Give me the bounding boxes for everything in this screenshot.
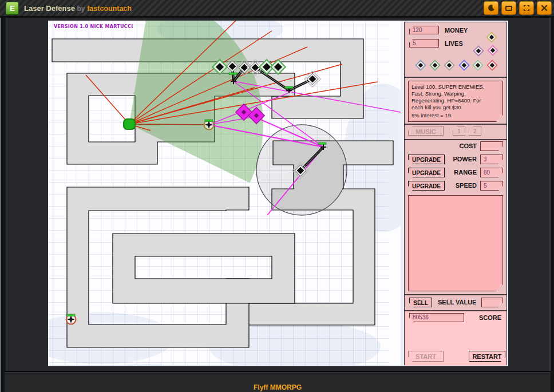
window-controls	[484, 1, 552, 15]
window-title: Laser Defense by fastcountach	[24, 4, 132, 13]
level-info-line: Level 100. SUPER ENEMIES.	[411, 84, 500, 90]
health-bar	[205, 120, 213, 122]
blob-tower[interactable]	[123, 118, 136, 130]
score-box: 80536	[409, 313, 464, 322]
moon-icon	[487, 4, 495, 12]
version-text: VERSION 1.0 NICK MARTUCCI	[54, 24, 133, 29]
fullscreen-arrows-icon	[523, 4, 531, 12]
separator	[405, 294, 506, 295]
wave-1-button[interactable]: 1	[453, 126, 465, 136]
score-label: SCORE	[479, 314, 501, 321]
tower-icon-purple[interactable]	[474, 46, 483, 56]
cost-label: COST	[439, 142, 477, 149]
speed-label: SPEED	[439, 182, 477, 189]
lives-box: 5	[409, 39, 439, 47]
health-bar	[67, 314, 75, 316]
restart-button[interactable]: RESTART	[469, 351, 505, 362]
left-page-border	[0, 0, 6, 392]
cost-value-box	[480, 141, 503, 151]
footer-bar: Flyff MMORPG	[5, 371, 551, 392]
interest-line: 5% interest = 19	[411, 112, 500, 119]
laser-beam-dark	[129, 124, 209, 125]
separator	[405, 124, 506, 125]
separator	[405, 77, 506, 78]
separator	[405, 139, 506, 140]
tower-description-box	[408, 195, 503, 291]
speed-value-box: 5	[480, 181, 503, 191]
game-map[interactable]: VERSION 1.0 NICK MARTUCCI	[49, 21, 401, 365]
ad-link[interactable]: Flyff MMORPG	[254, 383, 302, 391]
money-label: MONEY	[445, 27, 468, 34]
night-mode-button[interactable]	[484, 1, 498, 15]
lives-label: LIVES	[445, 40, 463, 47]
health-bar	[229, 73, 237, 75]
level-info-line: each kill you get $30	[411, 104, 500, 111]
window-icon	[505, 4, 513, 12]
range-value-box: 80	[480, 168, 503, 177]
level-info-line: Regenerating. HP=6400. For	[411, 97, 500, 104]
separator	[405, 310, 506, 311]
tower-icon-palegreen[interactable]	[473, 61, 482, 70]
pulse-tower[interactable]	[66, 314, 76, 324]
money-box: 120	[409, 26, 439, 34]
flash-stage: VERSION 1.0 NICK MARTUCCI 120 MONEY 5 LI…	[48, 21, 508, 366]
level-info-line: Fast, Strong, Warping,	[411, 90, 500, 97]
tower-icon-violet[interactable]	[460, 61, 469, 70]
tower-icon-tan[interactable]	[445, 61, 454, 70]
close-button[interactable]	[537, 1, 552, 15]
right-scrollbar[interactable]	[549, 0, 554, 392]
tower-icon-green[interactable]	[430, 61, 440, 70]
restore-window-button[interactable]	[501, 1, 516, 15]
title-bar: E Laser Defense by fastcountach	[0, 0, 554, 18]
game-page: E Laser Defense by fastcountach	[0, 0, 554, 392]
tower-icon-yellow[interactable]	[487, 33, 496, 42]
game-title: Laser Defense	[24, 4, 75, 13]
level-info-box: Level 100. SUPER ENEMIES. Fast, Strong, …	[408, 81, 503, 122]
tower-icon-slate[interactable]	[416, 61, 425, 70]
wave-2-button[interactable]: 2	[469, 126, 481, 136]
music-button[interactable]: MUSIC	[408, 126, 444, 136]
sell-value-box	[481, 298, 503, 307]
power-label: POWER	[439, 156, 477, 163]
start-button[interactable]: START	[408, 351, 444, 362]
sell-button[interactable]: SELL	[409, 298, 432, 307]
range-label: RANGE	[439, 169, 477, 176]
map-canvas[interactable]: VERSION 1.0 NICK MARTUCCI	[49, 21, 401, 365]
health-bar	[318, 142, 326, 145]
control-panel: 120 MONEY 5 LIVES Level 100. SUPER ENEMI…	[404, 22, 507, 365]
pulse-tower[interactable]	[204, 120, 214, 130]
close-icon	[540, 4, 548, 12]
by-text: by	[77, 5, 85, 13]
tower-icon-pink[interactable]	[488, 46, 497, 55]
power-value-box: 3	[480, 155, 503, 164]
health-bar	[285, 86, 293, 89]
tower-icon-red[interactable]	[488, 61, 497, 70]
site-logo[interactable]: E	[6, 2, 19, 15]
fullscreen-button[interactable]	[519, 1, 534, 15]
sell-value-label: SELL VALUE	[438, 299, 476, 306]
author-link[interactable]: fastcountach	[87, 5, 132, 13]
